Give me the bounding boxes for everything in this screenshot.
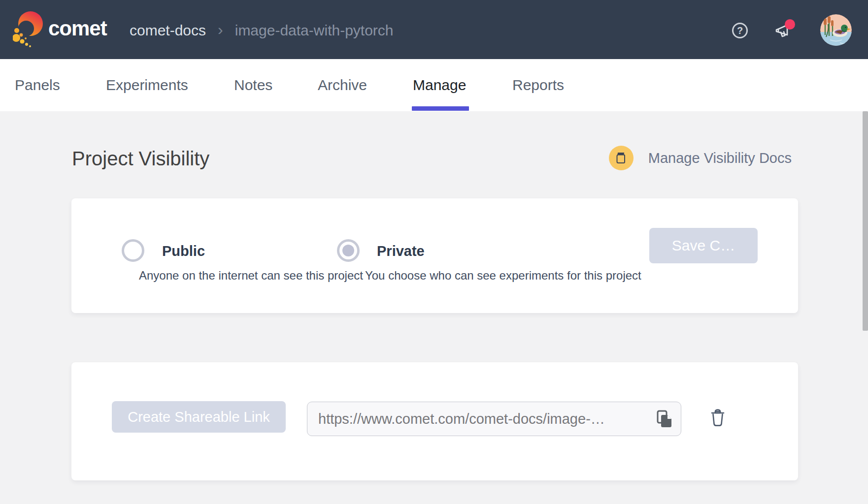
tab-manage[interactable]: Manage: [413, 59, 466, 111]
visibility-descriptions: Anyone on the internet can see this proj…: [139, 268, 641, 283]
tab-experiments[interactable]: Experiments: [106, 59, 188, 111]
tab-archive[interactable]: Archive: [318, 59, 367, 111]
comet-logo-icon[interactable]: [13, 10, 44, 48]
tab-panels[interactable]: Panels: [15, 59, 60, 111]
notification-dot: [785, 19, 795, 30]
trash-icon: [709, 408, 726, 427]
radio-selected-dot: [342, 245, 354, 256]
breadcrumb-chevron-icon: ›: [218, 20, 223, 39]
tab-label: Notes: [234, 77, 272, 94]
comet-app-window: comet comet-docs › image-data-with-pytor…: [0, 0, 868, 504]
docs-badge: [609, 146, 634, 170]
radio-private-label[interactable]: Private: [377, 242, 425, 260]
shareable-link-card: Create Shareable Link https://www.comet.…: [71, 362, 798, 480]
manage-tab-content: Project Visibility Manage Visibility Doc…: [0, 111, 868, 504]
shareable-link-value: https://www.comet.com/comet-docs/image-…: [318, 411, 651, 427]
page-title: Project Visibility: [72, 147, 209, 170]
save-changes-button[interactable]: Save C…: [649, 228, 758, 263]
breadcrumb: comet-docs › image-data-with-pytorch: [130, 21, 394, 40]
vertical-scrollbar-thumb[interactable]: [863, 111, 868, 331]
shareable-link-input[interactable]: https://www.comet.com/comet-docs/image-…: [307, 402, 681, 436]
announcements-button[interactable]: [774, 22, 794, 40]
radio-public[interactable]: [122, 239, 144, 262]
create-shareable-link-button[interactable]: Create Shareable Link: [112, 401, 286, 433]
book-icon: [614, 152, 628, 165]
top-header-bar: comet comet-docs › image-data-with-pytor…: [0, 0, 868, 59]
tab-notes[interactable]: Notes: [234, 59, 272, 111]
public-description: Anyone on the internet can see this proj…: [139, 268, 363, 283]
delete-link-button[interactable]: [707, 407, 729, 428]
breadcrumb-project[interactable]: image-data-with-pytorch: [235, 21, 394, 40]
help-icon[interactable]: ?: [732, 23, 748, 38]
tab-label: Archive: [318, 77, 367, 94]
comet-logo-wordmark[interactable]: comet: [48, 16, 107, 41]
radio-private[interactable]: [337, 239, 360, 262]
tab-label: Reports: [512, 77, 564, 94]
active-tab-underline: [412, 106, 469, 111]
help-glyph: ?: [737, 25, 743, 36]
breadcrumb-workspace[interactable]: comet-docs: [130, 21, 206, 40]
manage-visibility-docs-link[interactable]: Manage Visibility Docs: [609, 146, 792, 170]
copy-icon[interactable]: [656, 410, 673, 428]
user-avatar[interactable]: [820, 14, 852, 46]
docs-link-label: Manage Visibility Docs: [648, 149, 792, 167]
radio-public-label[interactable]: Public: [162, 242, 205, 260]
tab-label: Panels: [15, 77, 60, 94]
duck-avatar-image: [820, 14, 852, 46]
private-description: You choose who can see experiments for t…: [365, 268, 641, 283]
project-visibility-card: Public Private Anyone on the internet ca…: [71, 198, 798, 313]
tab-label: Manage: [413, 77, 466, 94]
project-tab-bar: Panels Experiments Notes Archive Manage …: [0, 59, 868, 111]
tab-label: Experiments: [106, 77, 188, 94]
tab-reports[interactable]: Reports: [512, 59, 564, 111]
